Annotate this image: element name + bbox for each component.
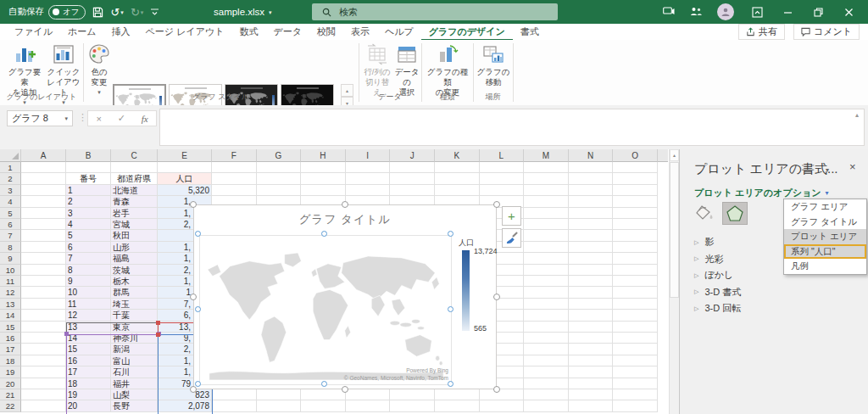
chart-resize-handle[interactable]	[493, 386, 500, 393]
tab-ページ レイアウト[interactable]: ページ レイアウト	[138, 24, 232, 40]
row-header-5[interactable]: 5	[0, 208, 21, 219]
cell-G22[interactable]	[257, 400, 302, 411]
cell-O16[interactable]	[613, 333, 658, 344]
share-button[interactable]: 共有	[738, 24, 785, 40]
plot-area-resize-handle[interactable]	[448, 306, 453, 312]
row-header-19[interactable]: 19	[0, 366, 21, 378]
cell-N16[interactable]	[569, 333, 614, 344]
chart-elements-button[interactable]: +	[502, 206, 521, 226]
cell-B8[interactable]: 6	[66, 242, 111, 253]
cell-A15[interactable]	[21, 322, 66, 333]
cell-M19[interactable]	[524, 366, 569, 378]
cell-A4[interactable]	[21, 196, 66, 207]
cell-H1[interactable]	[301, 162, 346, 173]
change-colors-button[interactable]: 色の 変更 ▾	[85, 43, 114, 95]
row-header-7[interactable]: 7	[0, 230, 21, 241]
cell-A22[interactable]	[21, 400, 66, 411]
cell-A8[interactable]	[21, 242, 66, 253]
column-header-H[interactable]: H	[301, 149, 346, 162]
cell-F3[interactable]	[212, 185, 257, 196]
cell-K3[interactable]	[435, 185, 480, 196]
cell-B22[interactable]: 20	[66, 400, 111, 411]
cell-I3[interactable]	[346, 185, 391, 196]
cell-C9[interactable]: 福島	[111, 253, 158, 264]
cell-C11[interactable]: 栃木	[111, 276, 158, 287]
row-header-17[interactable]: 17	[0, 344, 21, 355]
cell-A13[interactable]	[21, 299, 66, 310]
cell-O9[interactable]	[613, 253, 658, 264]
cell-H2[interactable]	[301, 173, 346, 184]
row-header-1[interactable]: 1	[0, 162, 21, 173]
cell-A9[interactable]	[21, 253, 66, 264]
cell-I21[interactable]	[346, 389, 391, 400]
cell-B3[interactable]: 1	[66, 185, 111, 196]
cell-C4[interactable]: 青森	[111, 196, 158, 207]
pane-section-3-D 書式[interactable]: ▷3-D 書式	[694, 284, 855, 301]
cell-F22[interactable]	[212, 400, 257, 411]
formula-input[interactable]: ▴	[159, 109, 865, 146]
cell-N7[interactable]	[569, 230, 614, 241]
pane-options-selector[interactable]: プロット エリアのオプション ▾	[694, 187, 828, 199]
cell-A5[interactable]	[21, 208, 66, 219]
cell-A3[interactable]	[21, 185, 66, 196]
tab-数式[interactable]: 数式	[231, 24, 265, 40]
tab-書式[interactable]: 書式	[513, 24, 547, 40]
formula-collapse-icon[interactable]: ▴	[855, 111, 859, 119]
row-header-15[interactable]: 15	[0, 322, 21, 333]
cell-M9[interactable]	[524, 253, 569, 264]
column-header-K[interactable]: K	[435, 149, 480, 162]
minimize-button[interactable]	[780, 0, 795, 24]
change-chart-type-button[interactable]: グラフの種類 の変更	[424, 43, 471, 98]
cell-O17[interactable]	[613, 344, 658, 355]
cell-C10[interactable]: 茨城	[111, 265, 158, 276]
plot-area-resize-handle[interactable]	[195, 381, 201, 387]
cell-B17[interactable]: 15	[66, 344, 111, 355]
cell-O6[interactable]	[613, 219, 658, 230]
tab-グラフのデザイン[interactable]: グラフのデザイン	[421, 24, 513, 41]
range-handle[interactable]	[64, 332, 69, 336]
cell-N13[interactable]	[569, 299, 614, 310]
cell-M1[interactable]	[524, 162, 569, 173]
cell-B16[interactable]: 14	[66, 333, 111, 344]
cell-C8[interactable]: 山形	[111, 242, 158, 253]
plot-area-resize-handle[interactable]	[448, 231, 453, 237]
cell-A21[interactable]	[21, 389, 66, 400]
row-header-6[interactable]: 6	[0, 219, 21, 230]
search-input[interactable]	[337, 6, 527, 18]
plot-area-resize-handle[interactable]	[195, 306, 201, 312]
cell-M12[interactable]	[524, 287, 569, 298]
restore-button[interactable]	[810, 0, 826, 24]
cell-B4[interactable]: 2	[66, 196, 111, 207]
scrollbar-up-button[interactable]: ▴	[670, 149, 679, 161]
effects-tab[interactable]	[722, 202, 748, 225]
vertical-scrollbar[interactable]: ▴	[669, 149, 679, 414]
cell-M11[interactable]	[524, 276, 569, 287]
cell-C14[interactable]: 千葉	[111, 310, 158, 321]
cell-J1[interactable]	[390, 162, 435, 173]
cell-O10[interactable]	[613, 265, 658, 276]
column-header-F[interactable]: F	[212, 149, 257, 162]
cell-J21[interactable]	[390, 389, 435, 400]
name-box[interactable]: グラフ 8 ▾	[7, 110, 73, 126]
cell-O21[interactable]	[613, 389, 658, 400]
ribbon-display-options-icon[interactable]	[749, 0, 765, 24]
cell-H3[interactable]	[301, 185, 346, 196]
redo-button[interactable]: ↻▾	[131, 7, 143, 18]
plot-area-resize-handle[interactable]	[321, 381, 327, 387]
document-title[interactable]: sample.xlsx ▾	[214, 0, 272, 24]
close-button[interactable]	[841, 0, 856, 24]
cell-B18[interactable]: 16	[66, 355, 111, 366]
cell-A1[interactable]	[21, 162, 66, 173]
cell-M5[interactable]	[524, 208, 569, 219]
dropdown-item-3[interactable]: プロット エリア	[784, 229, 866, 244]
cell-M17[interactable]	[524, 344, 569, 355]
cell-N8[interactable]	[569, 242, 614, 253]
pane-section-3-D 回転[interactable]: ▷3-D 回転	[694, 300, 855, 317]
cell-N14[interactable]	[569, 310, 614, 321]
tab-挿入[interactable]: 挿入	[104, 24, 138, 40]
cell-G2[interactable]	[257, 173, 302, 184]
cell-C17[interactable]: 新潟	[111, 344, 158, 355]
cell-A16[interactable]	[21, 333, 66, 344]
cell-N21[interactable]	[569, 389, 614, 400]
cell-N12[interactable]	[569, 287, 614, 298]
